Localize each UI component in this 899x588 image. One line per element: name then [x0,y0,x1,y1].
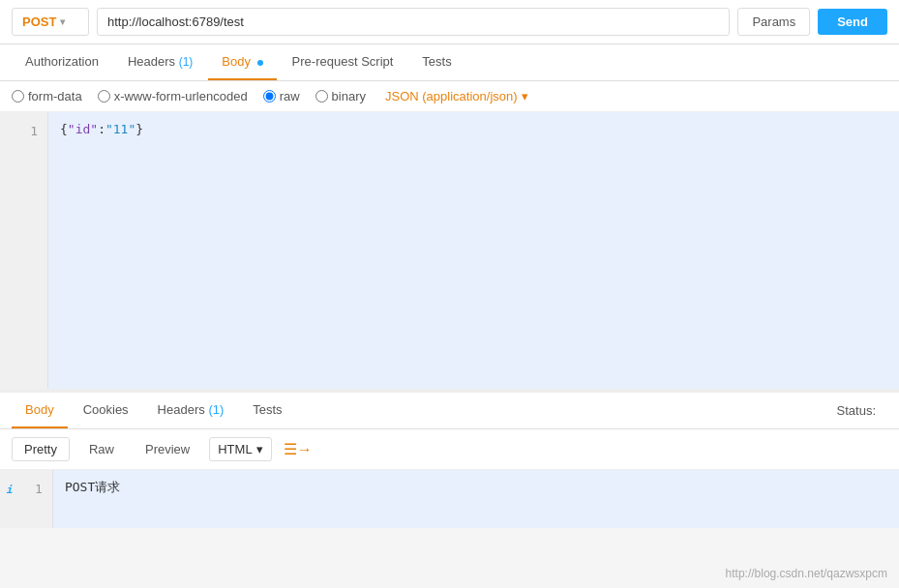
method-chevron: ▾ [60,16,65,27]
resp-line-numbers: i 1 [0,470,53,528]
resp-tab-cookies[interactable]: Cookies [70,393,142,428]
option-urlencoded[interactable]: x-www-form-urlencoded [98,89,248,103]
editor-line-numbers: 1 [0,112,48,389]
method-select[interactable]: POST ▾ [12,8,89,36]
format-tab-preview[interactable]: Preview [134,438,201,460]
option-raw[interactable]: raw [263,89,300,103]
body-dot [257,60,263,66]
send-button[interactable]: Send [818,9,887,35]
method-label: POST [22,15,56,29]
editor-area: 1 {"id":"11"} [0,112,899,393]
body-options: form-data x-www-form-urlencoded raw bina… [0,81,899,112]
html-format-select[interactable]: HTML ▾ [209,437,271,461]
resp-tab-tests[interactable]: Tests [239,393,295,428]
resp-tab-body[interactable]: Body [12,393,68,428]
open-brace: { [60,122,68,136]
option-form-data[interactable]: form-data [12,89,82,103]
params-button[interactable]: Params [737,8,810,36]
format-icon[interactable]: ☰→ [284,440,313,458]
resp-headers-badge: (1) [208,402,224,417]
url-input[interactable] [97,8,730,36]
response-format-bar: Pretty Raw Preview HTML ▾ ☰→ [0,429,899,470]
headers-badge: (1) [179,55,194,69]
response-content: i 1 POST请求 [0,470,899,528]
code-key: "id" [68,122,98,136]
tab-body[interactable]: Body [208,44,276,80]
response-section: Body Cookies Headers (1) Tests Status: P… [0,393,899,528]
tab-headers[interactable]: Headers (1) [114,44,206,80]
option-binary[interactable]: binary [315,89,366,103]
status-area: Status: [825,394,887,427]
json-chevron: ▾ [522,89,528,103]
url-bar: POST ▾ Params Send [0,0,899,44]
format-tab-pretty[interactable]: Pretty [12,437,70,461]
response-tabs: Body Cookies Headers (1) Tests Status: [0,393,899,429]
tab-prerequest[interactable]: Pre-request Script [279,44,407,80]
html-chevron: ▾ [256,442,263,456]
request-tabs: Authorization Headers (1) Body Pre-reque… [0,44,899,81]
resp-text: POST请求 [65,480,120,494]
tab-tests[interactable]: Tests [408,44,464,80]
editor-content[interactable]: {"id":"11"} [48,112,899,389]
resp-line-number-1: i 1 [0,478,52,502]
code-line-1: {"id":"11"} [60,120,887,140]
resp-tab-headers[interactable]: Headers (1) [144,393,238,428]
json-type-select[interactable]: JSON (application/json) ▾ [385,89,528,103]
line-number-1: 1 [0,120,47,144]
close-brace: } [135,122,143,136]
code-value: "11" [105,122,135,136]
colon: : [98,122,105,136]
format-tab-raw[interactable]: Raw [77,438,126,460]
resp-code-area: POST请求 [53,470,899,528]
json-type-label: JSON (application/json) [385,89,518,103]
info-icon: i [6,484,13,496]
tab-authorization[interactable]: Authorization [12,44,112,80]
html-select-label: HTML [218,442,252,456]
